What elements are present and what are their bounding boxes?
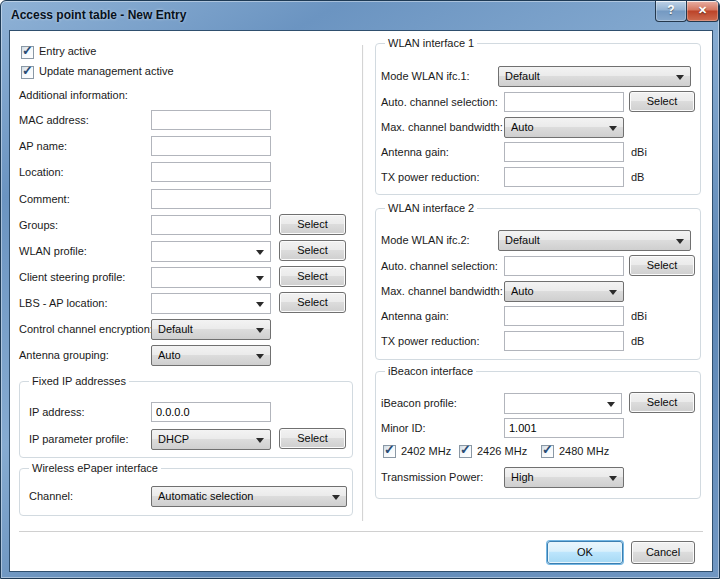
max-channel-bandwidth-combo-2[interactable]: Auto bbox=[504, 281, 624, 302]
wireless-epaper-title: Wireless ePaper interface bbox=[29, 462, 161, 475]
chevron-down-icon bbox=[607, 402, 615, 407]
max-channel-bandwidth-combo-1[interactable]: Auto bbox=[504, 117, 624, 138]
chevron-down-icon bbox=[609, 126, 617, 131]
ip-parameter-profile-label: IP parameter profile: bbox=[29, 433, 128, 445]
antenna-gain-input-1[interactable] bbox=[504, 142, 624, 162]
column-separator bbox=[362, 45, 363, 521]
cancel-button[interactable]: Cancel bbox=[631, 541, 695, 564]
auto-channel-selection-label-2: Auto. channel selection: bbox=[381, 260, 498, 272]
groups-label: Groups: bbox=[19, 219, 58, 231]
footer-separator bbox=[19, 531, 703, 532]
mode-wlan-ifc2-label: Mode WLAN ifc.2: bbox=[381, 234, 470, 246]
wlan-profile-combo[interactable] bbox=[151, 241, 271, 262]
mac-address-label: MAC address: bbox=[19, 114, 89, 126]
ok-button[interactable]: OK bbox=[547, 541, 623, 564]
chevron-down-icon bbox=[676, 75, 684, 80]
tx-power-unit-1: dB bbox=[631, 171, 644, 183]
client-steering-profile-label: Client steering profile: bbox=[19, 271, 125, 283]
location-input[interactable] bbox=[151, 162, 271, 182]
additional-information-label: Additional information: bbox=[19, 89, 128, 101]
ip-address-label: IP address: bbox=[29, 406, 84, 418]
update-management-checkbox[interactable] bbox=[21, 66, 34, 79]
ibeacon-profile-label: iBeacon profile: bbox=[381, 397, 457, 409]
chevron-down-icon bbox=[256, 302, 264, 307]
freq-2480-checkbox[interactable] bbox=[541, 445, 554, 458]
freq-2426-label: 2426 MHz bbox=[477, 445, 527, 457]
chevron-down-icon bbox=[676, 239, 684, 244]
lbs-ap-location-combo[interactable] bbox=[151, 293, 271, 314]
tx-power-unit-2: dB bbox=[631, 335, 644, 347]
freq-2480-label: 2480 MHz bbox=[559, 445, 609, 457]
ap-name-label: AP name: bbox=[19, 140, 67, 152]
ip-parameter-select-button[interactable]: Select bbox=[279, 428, 346, 449]
tx-power-reduction-label-2: TX power reduction: bbox=[381, 335, 479, 347]
antenna-grouping-combo[interactable]: Auto bbox=[151, 345, 271, 366]
auto-channel-select-button-2[interactable]: Select bbox=[629, 255, 695, 276]
antenna-gain-unit-2: dBi bbox=[631, 310, 647, 322]
control-channel-encryption-label: Control channel encryption: bbox=[19, 323, 153, 335]
antenna-gain-label-2: Antenna gain: bbox=[381, 310, 449, 322]
chevron-down-icon bbox=[609, 476, 617, 481]
mode-wlan-ifc1-label: Mode WLAN ifc.1: bbox=[381, 70, 470, 82]
lbs-ap-location-select-button[interactable]: Select bbox=[279, 292, 346, 313]
mac-address-input[interactable] bbox=[151, 110, 271, 130]
entry-active-label: Entry active bbox=[39, 45, 96, 57]
freq-2426-checkbox[interactable] bbox=[459, 445, 472, 458]
update-management-label: Update management active bbox=[39, 65, 174, 77]
wlan-interface-2-title: WLAN interface 2 bbox=[385, 202, 477, 215]
tx-power-reduction-input-1[interactable] bbox=[504, 167, 624, 187]
mode-wlan-ifc1-combo[interactable]: Default bbox=[498, 66, 691, 87]
help-button[interactable]: ? bbox=[655, 1, 687, 22]
freq-2402-checkbox[interactable] bbox=[383, 445, 396, 458]
chevron-down-icon bbox=[256, 354, 264, 359]
antenna-gain-input-2[interactable] bbox=[504, 306, 624, 326]
location-label: Location: bbox=[19, 166, 64, 178]
channel-label: Channel: bbox=[29, 490, 73, 502]
minor-id-label: Minor ID: bbox=[381, 422, 426, 434]
max-channel-bandwidth-label-2: Max. channel bandwidth: bbox=[381, 285, 503, 297]
comment-input[interactable] bbox=[151, 189, 271, 209]
chevron-down-icon bbox=[256, 250, 264, 255]
ip-address-input[interactable] bbox=[151, 402, 271, 422]
ibeacon-profile-combo[interactable] bbox=[504, 393, 622, 414]
epaper-channel-combo[interactable]: Automatic selection bbox=[151, 486, 347, 507]
chevron-down-icon bbox=[256, 276, 264, 281]
close-button[interactable]: ✕ bbox=[686, 1, 719, 22]
ibeacon-interface-title: iBeacon interface bbox=[385, 365, 476, 378]
ip-parameter-profile-combo[interactable]: DHCP bbox=[151, 429, 271, 450]
entry-active-checkbox[interactable] bbox=[21, 46, 34, 59]
groups-input[interactable] bbox=[151, 215, 271, 235]
chevron-down-icon bbox=[609, 290, 617, 295]
antenna-grouping-label: Antenna grouping: bbox=[19, 349, 109, 361]
auto-channel-select-button-1[interactable]: Select bbox=[629, 91, 695, 112]
titlebar[interactable]: Access point table - New Entry bbox=[1, 1, 719, 29]
ap-name-input[interactable] bbox=[151, 136, 271, 156]
groups-select-button[interactable]: Select bbox=[279, 214, 346, 235]
dialog-window: Access point table - New Entry ? ✕ Entry… bbox=[0, 0, 720, 579]
tx-power-reduction-label-1: TX power reduction: bbox=[381, 171, 479, 183]
freq-2402-label: 2402 MHz bbox=[401, 445, 451, 457]
tx-power-reduction-input-2[interactable] bbox=[504, 331, 624, 351]
chevron-down-icon bbox=[332, 495, 340, 500]
close-icon: ✕ bbox=[698, 4, 707, 16]
antenna-gain-label-1: Antenna gain: bbox=[381, 146, 449, 158]
auto-channel-selection-label-1: Auto. channel selection: bbox=[381, 96, 498, 108]
ibeacon-profile-select-button[interactable]: Select bbox=[629, 392, 695, 413]
wlan-interface-1-title: WLAN interface 1 bbox=[385, 37, 477, 50]
client-steering-profile-combo[interactable] bbox=[151, 267, 271, 288]
control-channel-encryption-combo[interactable]: Default bbox=[151, 319, 271, 340]
minor-id-input[interactable] bbox=[504, 418, 624, 438]
transmission-power-combo[interactable]: High bbox=[504, 467, 624, 488]
chevron-down-icon bbox=[256, 328, 264, 333]
fixed-ip-addresses-title: Fixed IP addresses bbox=[29, 375, 129, 388]
antenna-gain-unit-1: dBi bbox=[631, 146, 647, 158]
auto-channel-selection-input-1[interactable] bbox=[504, 92, 624, 112]
wlan-profile-select-button[interactable]: Select bbox=[279, 240, 346, 261]
lbs-ap-location-label: LBS - AP location: bbox=[19, 297, 107, 309]
mode-wlan-ifc2-combo[interactable]: Default bbox=[498, 230, 691, 251]
transmission-power-label: Transmission Power: bbox=[381, 471, 483, 483]
help-icon: ? bbox=[667, 3, 674, 17]
wlan-profile-label: WLAN profile: bbox=[19, 245, 87, 257]
client-steering-select-button[interactable]: Select bbox=[279, 266, 346, 287]
auto-channel-selection-input-2[interactable] bbox=[504, 256, 624, 276]
